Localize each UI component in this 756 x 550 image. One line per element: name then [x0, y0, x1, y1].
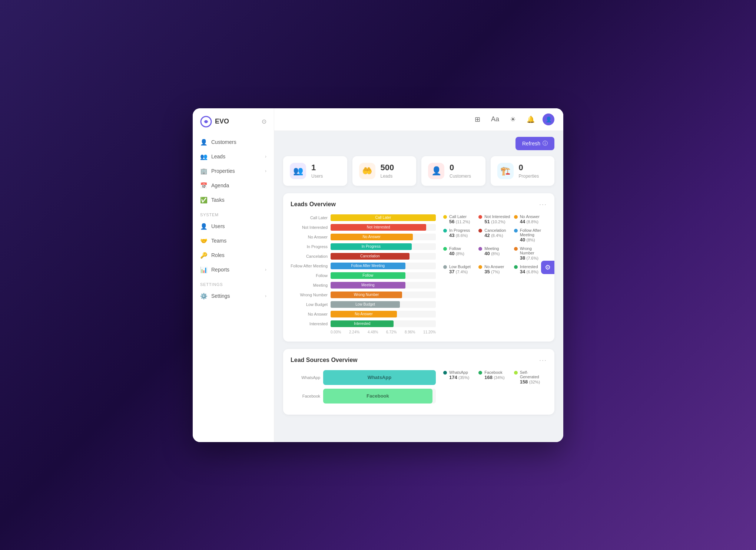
customers-stat-icon: 👤	[428, 163, 444, 179]
axis-label: 6.72%	[386, 330, 397, 334]
customers-icon: 👤	[200, 139, 208, 146]
bar-label: No Answer	[291, 312, 328, 316]
source-bar-label: Facebook	[291, 394, 320, 398]
users-count: 1	[311, 163, 323, 172]
sun-icon[interactable]: ☀	[507, 113, 519, 125]
legend-dot	[514, 229, 518, 233]
bar-label: Follow	[291, 273, 328, 278]
bar-fill: Cancelation	[331, 253, 410, 260]
bar-chart-left: Call Later Call Later Not Interested Not…	[291, 214, 436, 334]
bar-fill: Low Budget	[331, 301, 400, 308]
source-bar-fill: WhatsApp	[323, 370, 436, 385]
sidebar-item-agenda[interactable]: 📅 Agenda	[193, 178, 274, 193]
axis-label: 4.48%	[368, 330, 378, 334]
legend-item: Low Budget 37 (7.4%)	[443, 264, 476, 274]
legend-label: Wrong Number	[520, 246, 547, 255]
bar-track: Interested	[331, 320, 436, 327]
bar-label: Wrong Number	[291, 293, 328, 297]
legend-count: 40	[520, 237, 525, 243]
legend-count: 37	[449, 269, 454, 274]
legend-label: In Progress	[449, 228, 470, 233]
lead-sources-title: Lead Sources Overview	[291, 357, 358, 363]
source-bar-row: Facebook Facebook	[291, 389, 436, 404]
sidebar-item-settings[interactable]: ⚙️ Settings ›	[193, 289, 274, 303]
bar-row: Meeting Meeting	[291, 282, 436, 289]
leads-arrow: ›	[265, 154, 266, 159]
reports-icon: 📊	[200, 266, 208, 273]
lead-sources-menu[interactable]: ···	[539, 356, 547, 364]
svg-point-1	[205, 120, 208, 123]
legend-item: Follow 40 (8%)	[443, 246, 476, 261]
bar-row: No Answer No Answer	[291, 234, 436, 240]
translate-icon[interactable]: Aa	[489, 113, 501, 125]
legend-count: 43	[449, 233, 454, 238]
bar-track: Low Budget	[331, 301, 436, 308]
legend-item: Cancelation 42 (8.4%)	[478, 228, 511, 243]
legend-dot	[514, 265, 518, 269]
leads-label: Leads	[381, 174, 394, 179]
legend-count: 40	[449, 251, 454, 256]
sidebar-item-teams[interactable]: 🤝 Teams	[193, 234, 274, 248]
legend-pct: (7.6%)	[526, 256, 538, 260]
legend-count: 44	[520, 219, 525, 224]
sidebar-item-customers[interactable]: 👤 Customers	[193, 135, 274, 149]
avatar[interactable]: 👤	[543, 113, 554, 125]
leads-legend: Call Later 56 (11.2%) Not Interested 51 …	[443, 214, 547, 274]
sidebar-item-tasks[interactable]: ✅ Tasks	[193, 193, 274, 207]
leads-icon: 👥	[200, 153, 208, 160]
source-bar-track: WhatsApp	[323, 370, 436, 385]
teams-icon: 🤝	[200, 237, 208, 244]
clock-icon[interactable]: ⊙	[262, 118, 266, 125]
bar-fill: Meeting	[331, 282, 405, 289]
bar-label: In Progress	[291, 244, 328, 249]
sidebar: EVO ⊙ 👤 Customers 👥 Leads › 🏢 Properties…	[193, 108, 274, 442]
source-legend-dot	[443, 371, 447, 375]
sources-bars: WhatsApp WhatsApp Facebook Facebook	[291, 370, 436, 407]
bar-label: No Answer	[291, 235, 328, 239]
customers-count: 0	[450, 163, 471, 172]
grid-icon[interactable]: ⊞	[471, 113, 483, 125]
main-nav: 👤 Customers 👥 Leads › 🏢 Properties › 📅 A…	[193, 135, 274, 435]
source-legend-pct: (32%)	[529, 380, 540, 384]
source-legend-count: 158	[520, 379, 528, 385]
legend-item: In Progress 43 (8.6%)	[443, 228, 476, 243]
sidebar-item-reports[interactable]: 📊 Reports ›	[193, 263, 274, 277]
source-bar-fill: Facebook	[323, 389, 432, 404]
refresh-button[interactable]: Refresh ⓘ	[515, 137, 554, 150]
bar-fill: In Progress	[331, 243, 412, 250]
legend-label: Not Interested	[484, 214, 510, 219]
leads-overview-title: Leads Overview	[291, 201, 336, 208]
customers-label: Customers	[450, 174, 471, 179]
source-legend-label: Self-Generated	[520, 370, 547, 379]
properties-count: 0	[519, 163, 539, 172]
legend-item: Call Later 56 (11.2%)	[443, 214, 476, 224]
settings-float-button[interactable]: ⚙	[541, 261, 554, 274]
legend-label: Follow	[449, 246, 464, 251]
sidebar-item-properties[interactable]: 🏢 Properties ›	[193, 164, 274, 178]
sidebar-item-leads[interactable]: 👥 Leads ›	[193, 149, 274, 164]
bar-row: Cancelation Cancelation	[291, 253, 436, 260]
app-name: EVO	[215, 118, 229, 125]
leads-overview-section: Leads Overview ··· Call Later Call Later…	[283, 193, 554, 342]
sidebar-item-users[interactable]: 👤 Users	[193, 219, 274, 234]
leads-overview-menu[interactable]: ···	[539, 201, 547, 208]
properties-icon: 🏢	[200, 168, 208, 175]
logo-area: EVO ⊙	[193, 116, 274, 135]
legend-pct: (7%)	[491, 270, 500, 274]
legend-label: Meeting	[484, 246, 500, 251]
source-legend-pct: (34%)	[494, 375, 504, 380]
source-legend-dot	[514, 371, 518, 375]
bar-track: In Progress	[331, 243, 436, 250]
bar-track: Not Interested	[331, 224, 436, 231]
legend-dot	[514, 247, 518, 251]
bell-icon[interactable]: 🔔	[525, 113, 537, 125]
legend-label: Follow After Meeting	[520, 228, 547, 237]
bar-track: No Answer	[331, 311, 436, 317]
legend-item: Not Interested 51 (10.2%)	[478, 214, 511, 224]
properties-label: Properties	[519, 174, 539, 179]
bar-label: Call Later	[291, 215, 328, 220]
sidebar-item-roles[interactable]: 🔑 Roles	[193, 248, 274, 263]
legend-pct: (11.2%)	[456, 220, 470, 224]
agenda-icon: 📅	[200, 182, 208, 189]
bar-fill: Wrong Number	[331, 292, 402, 298]
